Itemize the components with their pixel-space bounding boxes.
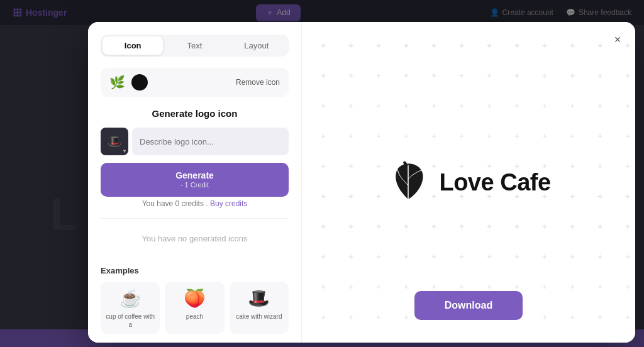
decorative-plus: + — [431, 222, 436, 231]
decorative-plus: + — [514, 71, 519, 80]
decorative-plus: + — [597, 131, 602, 140]
decorative-plus: + — [487, 252, 492, 261]
decorative-plus: + — [514, 131, 519, 140]
decorative-plus: + — [431, 252, 436, 261]
decorative-plus: + — [321, 282, 326, 291]
section-title: Generate logo icon — [101, 108, 289, 119]
decorative-plus: + — [597, 41, 602, 50]
remove-icon-button[interactable]: Remove icon — [236, 78, 280, 87]
icon-selector-row: 🌿 Remove icon — [101, 68, 289, 97]
coffee-cup-icon: ☕ — [119, 288, 142, 309]
decorative-plus: + — [404, 282, 409, 291]
decorative-plus: + — [348, 312, 353, 321]
decorative-plus: + — [542, 41, 547, 50]
decorative-plus: + — [597, 101, 602, 110]
decorative-plus: + — [514, 222, 519, 231]
logo-preview: Love Cafe — [386, 160, 550, 204]
decorative-plus: + — [487, 222, 492, 231]
decorative-plus: + — [348, 282, 353, 291]
decorative-plus: + — [542, 312, 547, 321]
decorative-plus: + — [625, 252, 630, 261]
decorative-plus: + — [404, 222, 409, 231]
decorative-plus: + — [514, 101, 519, 110]
tab-icon[interactable]: Icon — [103, 36, 163, 55]
generate-button[interactable]: Generate - 1 Credit — [101, 163, 289, 197]
example-label-wizard: cake with wizard — [236, 312, 282, 321]
decorative-plus: + — [625, 162, 630, 170]
decorative-plus: + — [570, 131, 575, 140]
decorative-plus: + — [321, 131, 326, 140]
credits-text: You have 0 credits . — [142, 199, 208, 208]
decorative-plus: + — [348, 71, 353, 80]
decorative-plus: + — [597, 71, 602, 80]
decorative-plus: + — [459, 101, 464, 110]
decorative-plus: + — [514, 282, 519, 291]
decorative-plus: + — [348, 131, 353, 140]
decorative-plus: + — [597, 252, 602, 261]
decorative-plus: + — [376, 222, 381, 231]
example-card-peach[interactable]: 🍑 peach — [165, 282, 224, 334]
generate-btn-sublabel: - 1 Credit — [108, 181, 281, 189]
tab-layout[interactable]: Layout — [226, 36, 287, 55]
decorative-plus: + — [570, 312, 575, 321]
examples-label: Examples — [101, 266, 289, 275]
decorative-plus: + — [542, 101, 547, 110]
decorative-plus: + — [542, 71, 547, 80]
color-picker-dot[interactable] — [131, 74, 148, 91]
decorative-plus: + — [376, 162, 381, 170]
decorative-plus: + — [570, 222, 575, 231]
decorative-plus: + — [514, 252, 519, 261]
decorative-plus: + — [376, 101, 381, 110]
decorative-plus: + — [514, 41, 519, 50]
decorative-plus: + — [431, 282, 436, 291]
decorative-plus: + — [625, 282, 630, 291]
decorative-plus: + — [376, 312, 381, 321]
decorative-plus: + — [625, 71, 630, 80]
decorative-plus: + — [487, 41, 492, 50]
decorative-plus: + — [597, 162, 602, 170]
wizard-hat-example-icon: 🎩 — [248, 288, 270, 309]
decorative-plus: + — [321, 71, 326, 80]
buy-credits-link[interactable]: Buy credits — [210, 199, 247, 208]
decorative-plus: + — [376, 71, 381, 80]
decorative-plus: + — [459, 222, 464, 231]
example-card-wizard[interactable]: 🎩 cake with wizard — [230, 282, 289, 334]
decorative-plus: + — [404, 71, 409, 80]
decorative-plus: + — [542, 252, 547, 261]
decorative-plus: + — [625, 222, 630, 231]
decorative-plus: + — [597, 282, 602, 291]
decorative-plus: + — [321, 101, 326, 110]
example-label-peach: peach — [186, 312, 203, 321]
peach-icon: 🍑 — [184, 288, 206, 309]
decorative-plus: + — [321, 41, 326, 50]
decorative-plus: + — [542, 282, 547, 291]
decorative-plus: + — [570, 101, 575, 110]
decorative-plus: + — [570, 162, 575, 170]
decorative-plus: + — [431, 41, 436, 50]
tab-text[interactable]: Text — [164, 36, 225, 55]
decorative-plus: + — [597, 312, 602, 321]
download-button[interactable]: Download — [414, 291, 523, 320]
wizard-hat-icon: 🎩 — [108, 135, 121, 148]
decorative-plus: + — [459, 252, 464, 261]
icon-thumb[interactable]: 🎩 ▼ — [101, 128, 128, 155]
chevron-down-icon: ▼ — [122, 148, 127, 154]
examples-grid: ☕ cup of coffee with a 🍑 peach 🎩 cake wi… — [101, 282, 289, 334]
decorative-plus: + — [348, 222, 353, 231]
decorative-plus: + — [487, 101, 492, 110]
decorative-plus: + — [348, 252, 353, 261]
example-card-coffee[interactable]: ☕ cup of coffee with a — [101, 282, 160, 334]
decorative-plus: + — [625, 312, 630, 321]
close-button[interactable]: × — [609, 31, 626, 48]
decorative-plus: + — [487, 131, 492, 140]
decorative-plus: + — [487, 71, 492, 80]
logo-text: Love Cafe — [439, 169, 550, 196]
decorative-plus: + — [376, 282, 381, 291]
decorative-plus: + — [376, 41, 381, 50]
decorative-plus: + — [459, 131, 464, 140]
decorative-plus: + — [404, 41, 409, 50]
current-icon-preview: 🌿 — [109, 75, 125, 90]
decorative-plus: + — [431, 71, 436, 80]
decorative-plus: + — [542, 131, 547, 140]
describe-input[interactable] — [132, 128, 289, 155]
